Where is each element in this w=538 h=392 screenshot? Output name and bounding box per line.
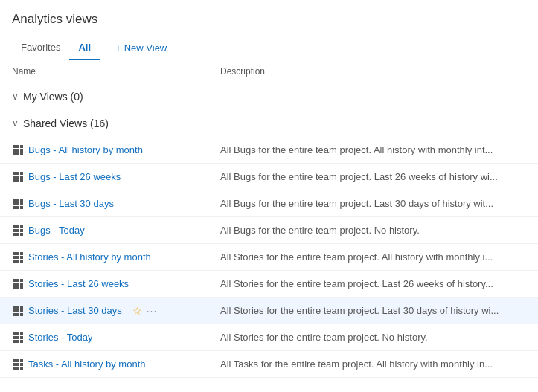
grid-chart-icon bbox=[12, 359, 24, 370]
row-link[interactable]: Stories - All history by month bbox=[28, 251, 151, 263]
table-row: Stories - Today All Stories for the enti… bbox=[0, 324, 538, 351]
grid-chart-icon bbox=[12, 305, 24, 317]
row-name-col: Bugs - Last 26 weeks bbox=[12, 171, 220, 183]
row-name-col: Stories - Today bbox=[12, 332, 220, 344]
section-shared-views-label: Shared Views (16) bbox=[23, 118, 109, 129]
row-description: All Stories for the entire team project.… bbox=[220, 332, 526, 343]
page-title: Analytics views bbox=[0, 12, 538, 36]
row-description: All Stories for the entire team project.… bbox=[220, 278, 526, 289]
row-link[interactable]: Stories - Last 30 days bbox=[28, 305, 122, 316]
grid-chart-icon bbox=[12, 251, 24, 263]
table-row: Bugs - Last 26 weeks All Bugs for the en… bbox=[0, 164, 538, 190]
new-view-label: New View bbox=[124, 42, 167, 54]
shared-views-rows: Bugs - All history by month All Bugs for… bbox=[0, 137, 538, 378]
new-view-button[interactable]: + New View bbox=[106, 36, 176, 60]
table-row: Tasks - All history by month All Tasks f… bbox=[0, 351, 538, 378]
grid-chart-icon bbox=[12, 171, 24, 183]
section-my-views-label: My Views (0) bbox=[23, 91, 83, 103]
table-row: Bugs - Last 30 days All Bugs for the ent… bbox=[0, 190, 538, 217]
column-name-header: Name bbox=[12, 66, 220, 77]
row-description: All Bugs for the entire team project. La… bbox=[220, 171, 526, 182]
tab-divider bbox=[103, 40, 103, 55]
row-name-col: Stories - Last 30 days ☆ ··· bbox=[12, 305, 220, 317]
grid-chart-icon bbox=[12, 198, 24, 210]
row-link[interactable]: Stories - Today bbox=[28, 332, 92, 343]
row-link[interactable]: Tasks - All history by month bbox=[28, 359, 146, 370]
section-shared-views[interactable]: ∨ Shared Views (16) bbox=[0, 110, 538, 137]
row-name-col: Bugs - Last 30 days bbox=[12, 198, 220, 210]
row-link[interactable]: Bugs - All history by month bbox=[28, 144, 143, 155]
row-link[interactable]: Bugs - Last 30 days bbox=[28, 198, 114, 209]
grid-chart-icon bbox=[12, 332, 24, 344]
row-description: All Bugs for the entire team project. La… bbox=[220, 198, 526, 209]
tab-all[interactable]: All bbox=[69, 36, 100, 60]
grid-chart-icon bbox=[12, 225, 24, 237]
row-description: All Bugs for the entire team project. No… bbox=[220, 225, 526, 236]
column-description-header: Description bbox=[220, 66, 526, 77]
star-icon[interactable]: ☆ bbox=[132, 305, 142, 317]
row-link[interactable]: Bugs - Today bbox=[28, 225, 85, 236]
row-description: All Stories for the entire team project.… bbox=[220, 305, 526, 316]
row-description: All Bugs for the entire team project. Al… bbox=[220, 144, 526, 155]
chevron-down-icon: ∨ bbox=[12, 118, 19, 129]
grid-chart-icon bbox=[12, 144, 24, 156]
section-my-views[interactable]: ∨ My Views (0) bbox=[0, 83, 538, 110]
row-link[interactable]: Bugs - Last 26 weeks bbox=[28, 171, 121, 182]
tab-bar: Favorites All + New View bbox=[0, 36, 538, 60]
table-row: Stories - Last 26 weeks All Stories for … bbox=[0, 271, 538, 298]
analytics-views-page: Analytics views Favorites All + New View… bbox=[0, 0, 538, 378]
row-description: All Stories for the entire team project.… bbox=[220, 251, 526, 263]
table-row: Stories - Last 30 days ☆ ··· All Stories… bbox=[0, 298, 538, 324]
table-row: Bugs - Today All Bugs for the entire tea… bbox=[0, 217, 538, 244]
sections-container: ∨ My Views (0) ∨ Shared Views (16) Bugs … bbox=[0, 83, 538, 378]
row-name-col: Bugs - Today bbox=[12, 225, 220, 237]
row-name-col: Bugs - All history by month bbox=[12, 144, 220, 156]
row-name-col: Stories - All history by month bbox=[12, 251, 220, 263]
more-actions-icon[interactable]: ··· bbox=[147, 305, 158, 317]
row-name-col: Stories - Last 26 weeks bbox=[12, 278, 220, 290]
plus-icon: + bbox=[115, 42, 121, 54]
row-description: All Tasks for the entire team project. A… bbox=[220, 359, 526, 370]
row-actions: ☆ ··· bbox=[132, 305, 158, 317]
grid-chart-icon bbox=[12, 278, 24, 290]
row-name-col: Tasks - All history by month bbox=[12, 359, 220, 370]
chevron-down-icon: ∨ bbox=[12, 91, 19, 102]
tab-favorites[interactable]: Favorites bbox=[12, 36, 69, 60]
table-row: Bugs - All history by month All Bugs for… bbox=[0, 137, 538, 164]
row-link[interactable]: Stories - Last 26 weeks bbox=[28, 278, 129, 289]
table-header: Name Description bbox=[0, 60, 538, 83]
table-row: Stories - All history by month All Stori… bbox=[0, 244, 538, 271]
